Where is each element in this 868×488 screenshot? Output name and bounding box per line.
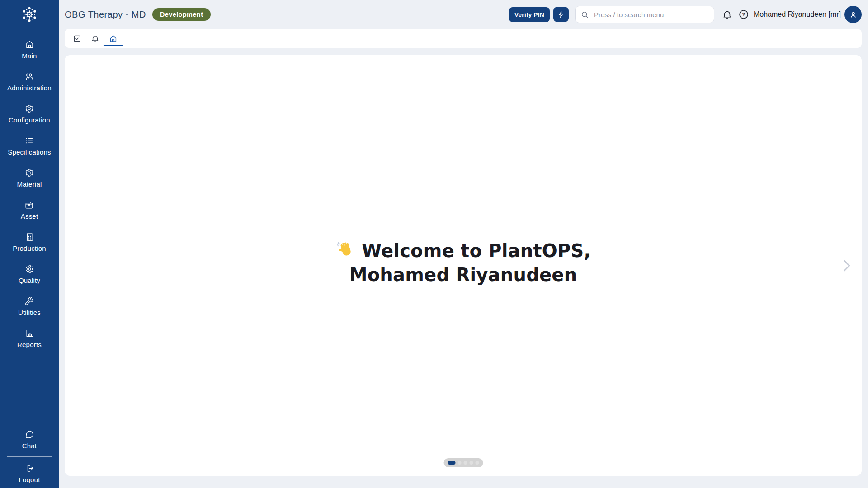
person-icon <box>849 10 858 19</box>
carousel-dot[interactable] <box>469 461 473 465</box>
search-icon <box>580 10 589 19</box>
sidebar-item-reports[interactable]: Reports <box>17 328 42 348</box>
sidebar-item-label: Logout <box>19 476 40 483</box>
sidebar-item-label: Administration <box>7 84 52 92</box>
header: OBG Therapy - MD Development Verify PIN <box>59 0 868 29</box>
sidebar-item-administration[interactable]: Administration <box>7 72 52 92</box>
waving-hand-emoji-icon <box>335 239 356 260</box>
dashboard-card: Welcome to PlantOPS, Mohamed Riyanudeen <box>65 55 862 476</box>
environment-badge: Development <box>152 8 211 21</box>
user-menu[interactable]: Mohamed Riyanudeen [mr] <box>754 6 862 23</box>
sidebar-divider <box>7 456 52 457</box>
help-button[interactable]: ? <box>738 9 749 20</box>
page-title: OBG Therapy - MD <box>65 9 146 20</box>
search-input[interactable] <box>593 10 709 19</box>
sidebar-item-label: Specifications <box>8 148 51 156</box>
sidebar-item-label: Production <box>13 244 46 252</box>
tab-notifications[interactable] <box>86 29 104 48</box>
users-icon <box>25 72 34 81</box>
sidebar-item-label: Utilities <box>18 309 41 316</box>
home-icon <box>109 34 118 43</box>
carousel-next-button[interactable] <box>838 257 854 275</box>
carousel-dots <box>443 458 483 467</box>
gear-icon <box>24 104 34 113</box>
sidebar-item-label: Quality <box>19 277 40 284</box>
workspace-tabbar <box>65 29 862 48</box>
sidebar-item-chat[interactable]: Chat <box>22 430 37 450</box>
building-icon <box>25 232 34 242</box>
sidebar-item-label: Chat <box>22 442 37 450</box>
molecule-gear-logo-icon <box>20 5 39 24</box>
sidebar-item-label: Main <box>22 52 37 60</box>
sidebar: Main Administration Configuration Specif… <box>0 0 59 488</box>
logout-icon <box>25 464 34 473</box>
sidebar-item-label: Material <box>17 180 42 188</box>
carousel-dot[interactable] <box>458 461 461 465</box>
welcome-heading: Welcome to PlantOPS, Mohamed Riyanudeen <box>335 239 591 287</box>
home-icon <box>25 40 34 49</box>
menu-search <box>575 6 714 23</box>
main-column: OBG Therapy - MD Development Verify PIN <box>59 0 868 488</box>
welcome-line2: Mohamed Riyanudeen <box>349 264 577 285</box>
sidebar-item-production[interactable]: Production <box>13 232 46 252</box>
sidebar-item-asset[interactable]: Asset <box>21 200 38 220</box>
carousel-dot[interactable] <box>475 461 479 465</box>
header-actions: Verify PIN ? <box>509 6 862 23</box>
list-icon <box>24 136 34 145</box>
chevron-right-icon <box>838 257 854 275</box>
sidebar-item-specifications[interactable]: Specifications <box>8 136 51 156</box>
help-icon: ? <box>738 9 749 20</box>
quick-actions-button[interactable] <box>553 7 569 22</box>
sidebar-nav: Main Administration Configuration Specif… <box>7 29 52 348</box>
carousel-dot-active[interactable] <box>448 461 455 465</box>
avatar[interactable] <box>844 6 862 23</box>
carousel-dot[interactable] <box>463 461 467 465</box>
welcome-line1: Welcome to PlantOPS, <box>362 240 591 261</box>
gear-icon <box>24 168 34 178</box>
sidebar-item-material[interactable]: Material <box>17 168 42 188</box>
sidebar-item-main[interactable]: Main <box>22 40 37 60</box>
bar-chart-icon <box>25 328 34 338</box>
bell-icon <box>91 34 99 43</box>
svg-text:?: ? <box>742 12 745 17</box>
bell-icon <box>722 9 732 20</box>
briefcase-icon <box>24 200 34 210</box>
chat-icon <box>25 430 34 439</box>
verify-pin-button[interactable]: Verify PIN <box>509 7 550 22</box>
sidebar-item-label: Asset <box>21 212 38 220</box>
app-logo <box>20 0 39 29</box>
sidebar-item-logout[interactable]: Logout <box>19 464 40 483</box>
sidebar-item-quality[interactable]: Quality <box>19 264 40 284</box>
sidebar-item-label: Reports <box>17 341 42 348</box>
gear-icon <box>25 264 34 274</box>
sidebar-item-label: Configuration <box>9 116 50 124</box>
user-name: Mohamed Riyanudeen [mr] <box>754 10 841 19</box>
sidebar-footer: Chat Logout <box>0 430 59 488</box>
notifications-button[interactable] <box>722 9 732 20</box>
sidebar-item-configuration[interactable]: Configuration <box>9 104 50 124</box>
task-check-icon <box>73 34 81 43</box>
lightning-icon <box>557 10 565 19</box>
tab-tasks[interactable] <box>68 29 86 48</box>
tab-home[interactable] <box>104 29 122 48</box>
wrench-icon <box>24 296 34 306</box>
sidebar-item-utilities[interactable]: Utilities <box>18 296 41 316</box>
